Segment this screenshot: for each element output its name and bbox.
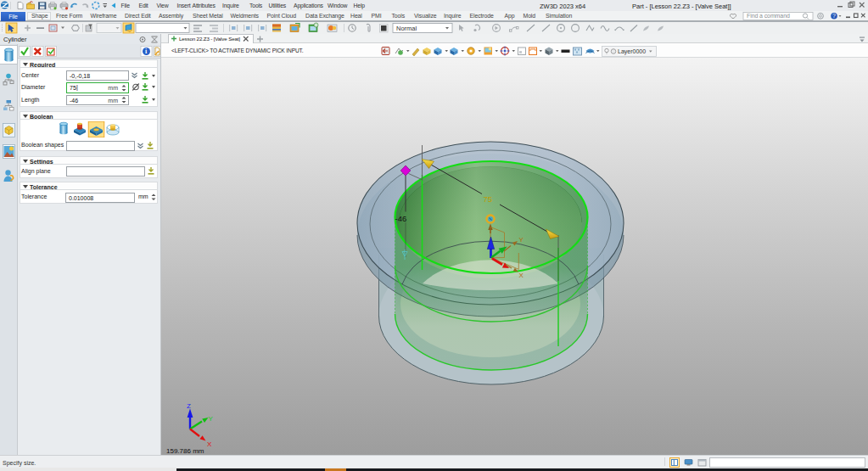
svg-text:-46: -46 [395, 214, 407, 223]
svg-text:Y: Y [519, 236, 524, 244]
svg-text:Normal: Normal [396, 25, 417, 32]
svg-text:Find a command: Find a command [747, 13, 790, 19]
svg-text:X: X [519, 272, 524, 279]
svg-text:159.786 mm: 159.786 mm [166, 447, 204, 455]
svg-text:Z: Z [187, 402, 191, 410]
svg-text:Y: Y [209, 415, 214, 423]
svg-text:Layer0000: Layer0000 [618, 48, 646, 55]
svg-text:75: 75 [484, 194, 493, 204]
svg-text:X: X [207, 440, 212, 448]
svg-text:?: ? [832, 13, 836, 19]
